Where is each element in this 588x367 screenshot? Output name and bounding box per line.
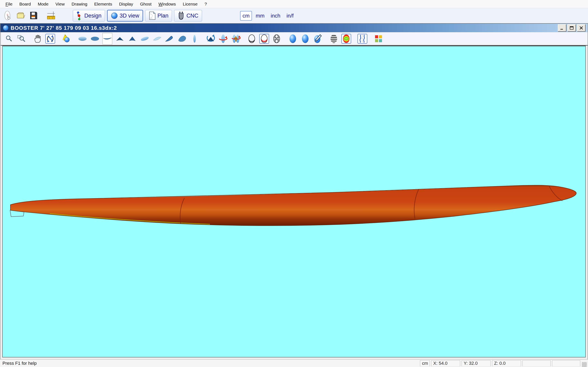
curvature-map-icon[interactable] [341, 34, 351, 44]
rotate-3d-icon[interactable] [45, 34, 55, 44]
open-folder-icon[interactable] [16, 10, 26, 21]
minimize-icon [560, 26, 564, 30]
status-empty-field-2 [552, 360, 580, 366]
close-icon [579, 26, 584, 30]
canvas-frame [0, 46, 588, 359]
menu-bar: File Board Mode View Drawing Elements Di… [0, 0, 588, 8]
close-button[interactable] [577, 24, 586, 32]
new-board-icon[interactable] [3, 10, 13, 21]
save-icon[interactable] [29, 10, 38, 21]
wireframe-slices-icon[interactable] [247, 34, 257, 44]
quarter-view-2-icon[interactable] [177, 34, 187, 44]
light-direction-icon[interactable] [61, 34, 71, 44]
perspective-view-2-icon[interactable] [152, 34, 162, 44]
surfboard-3d-render [3, 46, 585, 357]
menu-help[interactable]: ? [201, 1, 210, 7]
status-unit: cm [420, 360, 430, 366]
menu-windows[interactable]: Windows [155, 1, 179, 7]
flip-board-icon[interactable] [231, 34, 241, 44]
side-view-icon[interactable] [103, 33, 112, 44]
design-button[interactable]: Design [73, 10, 105, 22]
zoom-icon[interactable] [4, 34, 14, 44]
menu-license[interactable]: License [179, 1, 201, 7]
cnc-button[interactable]: CNC [174, 10, 202, 22]
tail-view-icon[interactable] [127, 34, 137, 44]
solid-render-icon[interactable] [288, 34, 298, 44]
menu-drawing[interactable]: Drawing [68, 1, 91, 7]
spin-board-icon[interactable] [218, 34, 228, 44]
cnc-icon [178, 11, 185, 20]
front-view-icon[interactable] [115, 34, 125, 44]
main-toolbar: 1 0 Design 3D view [0, 8, 588, 23]
smooth-render-icon[interactable] [300, 34, 310, 44]
quarter-view-1-icon[interactable] [165, 34, 174, 44]
svg-text:0: 0 [52, 17, 53, 19]
3d-view-button[interactable]: 3D view [107, 10, 143, 22]
shape3d-application: File Board Mode View Drawing Elements Di… [0, 0, 588, 367]
document-title-bar[interactable]: BOOSTER 7' 27' 85 179 09 03 16.s3dx:2 [0, 24, 588, 32]
plan-icon [149, 11, 156, 20]
3d-view-button-label: 3D view [120, 13, 139, 19]
document-title: BOOSTER 7' 27' 85 179 09 03 16.s3dx:2 [11, 25, 117, 31]
paint-texture-icon[interactable] [313, 34, 323, 44]
zoom-area-icon[interactable] [17, 34, 26, 44]
flow-lines-icon[interactable] [357, 34, 367, 44]
view-toolbar [0, 32, 588, 46]
menu-view[interactable]: View [52, 1, 68, 7]
status-y-coordinate: Y: 32.0 [462, 360, 491, 366]
bottom-view-icon[interactable] [90, 34, 100, 44]
unit-inch[interactable]: inch [268, 11, 283, 21]
3d-view-icon [111, 12, 118, 19]
document-window: BOOSTER 7' 27' 85 179 09 03 16.s3dx:2 [0, 23, 588, 359]
cnc-button-label: CNC [186, 13, 199, 19]
status-bar: Press F1 for help cm X: 54.0 Y: 32.0 Z: … [0, 359, 588, 367]
unit-selector: cm mm inch in/f [240, 11, 296, 21]
3d-viewport[interactable] [2, 46, 586, 358]
menu-mode[interactable]: Mode [34, 1, 52, 7]
menu-display[interactable]: Display [116, 1, 137, 7]
unit-cm[interactable]: cm [240, 11, 252, 21]
wireframe-mesh-icon[interactable] [272, 34, 282, 44]
plan-button[interactable]: Plan [145, 10, 172, 22]
design-button-label: Design [84, 13, 102, 19]
surfboard-body [10, 185, 576, 225]
status-z-coordinate: Z: 0.0 [492, 360, 521, 366]
maximize-icon [570, 26, 574, 30]
perspective-view-1-icon[interactable] [140, 34, 150, 44]
menu-ghost[interactable]: Ghost [137, 1, 155, 7]
rotate-view-icon[interactable] [206, 34, 216, 44]
svg-text:1: 1 [49, 17, 50, 19]
unit-inf[interactable]: in/f [284, 11, 296, 21]
menu-file[interactable]: File [2, 1, 16, 7]
plan-button-label: Plan [157, 13, 168, 19]
wireframe-current-slice-icon[interactable] [259, 34, 269, 44]
minimize-button[interactable] [558, 24, 566, 32]
outline-view-icon[interactable] [190, 34, 199, 44]
document-icon [3, 25, 9, 31]
deck-view-icon[interactable] [78, 34, 87, 44]
maximize-button[interactable] [567, 24, 576, 32]
status-help-text: Press F1 for help [2, 361, 419, 366]
zebra-analysis-icon[interactable] [329, 34, 339, 44]
dimensions-ruler-icon[interactable]: 1 0 [47, 10, 56, 21]
resize-grip[interactable] [582, 362, 587, 367]
menu-board[interactable]: Board [16, 1, 34, 7]
status-empty-field-1 [522, 360, 551, 366]
unit-mm[interactable]: mm [253, 11, 267, 21]
pan-hand-icon[interactable] [33, 34, 43, 44]
menu-elements[interactable]: Elements [91, 1, 116, 7]
color-layout-icon[interactable] [374, 34, 383, 44]
status-x-coordinate: X: 54.0 [431, 360, 460, 366]
design-icon [76, 11, 82, 20]
